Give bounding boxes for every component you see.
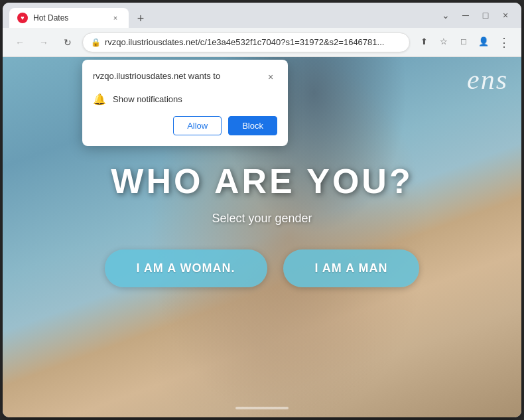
popup-title: rvzqo.ilustriousdates.net wants to [93,70,259,82]
permission-popup: rvzqo.ilustriousdates.net wants to × 🔔 S… [82,60,288,146]
allow-button[interactable]: Allow [173,116,222,135]
browser-tab[interactable]: Hot Dates × [9,8,129,28]
menu-button[interactable]: ⋮ [495,33,513,52]
minimize-button[interactable]: ─ [456,6,475,25]
block-button[interactable]: Block [228,116,277,135]
extensions-button[interactable]: □ [455,33,472,50]
new-tab-button[interactable]: + [131,9,150,28]
tab-close-button[interactable]: × [110,13,121,23]
lock-icon: 🔒 [91,38,101,47]
main-heading: WHO ARE YOU? [111,161,413,201]
url-actions: ⬆ ☆ □ 👤 ⋮ [415,33,513,52]
man-button[interactable]: I AM A MAN [283,249,420,287]
woman-button[interactable]: I AM A WOMAN. [105,249,267,287]
close-button[interactable]: × [496,6,515,25]
window-controls: ⌄ ─ □ × [436,6,515,25]
url-bar[interactable]: 🔒 rvzqo.ilustriousdates.net/c/1e3a4e532f… [82,33,410,52]
url-text: rvzqo.ilustriousdates.net/c/1e3a4e532f1c… [105,37,401,47]
bookmark-button[interactable]: ☆ [435,33,452,50]
chevron-icon[interactable]: ⌄ [436,6,455,25]
title-bar: Hot Dates × + ⌄ ─ □ × [3,3,521,28]
content-area: ens WHO ARE YOU? Select your gender I AM… [3,57,521,417]
browser-window: Hot Dates × + ⌄ ─ □ × ← → ↻ 🔒 rvzqo.ilus… [3,3,521,417]
popup-buttons: Allow Block [93,116,277,135]
sub-heading: Select your gender [212,212,312,226]
popup-close-button[interactable]: × [264,70,277,84]
notification-label: Show notifications [113,94,182,104]
back-button[interactable]: ← [11,33,29,52]
refresh-button[interactable]: ↻ [58,33,77,52]
tab-favicon [17,13,28,23]
forward-button[interactable]: → [34,33,53,52]
gender-buttons: I AM A WOMAN. I AM A MAN [105,249,420,287]
address-bar: ← → ↻ 🔒 rvzqo.ilustriousdates.net/c/1e3a… [3,28,521,57]
maximize-button[interactable]: □ [476,6,495,25]
bell-icon: 🔔 [93,93,106,105]
profile-button[interactable]: 👤 [475,33,492,50]
popup-notification-row: 🔔 Show notifications [93,93,277,105]
share-button[interactable]: ⬆ [415,33,432,50]
scroll-indicator [235,407,289,409]
tab-strip: Hot Dates × + [9,3,431,28]
popup-header: rvzqo.ilustriousdates.net wants to × [93,70,277,84]
tab-title: Hot Dates [33,13,105,23]
